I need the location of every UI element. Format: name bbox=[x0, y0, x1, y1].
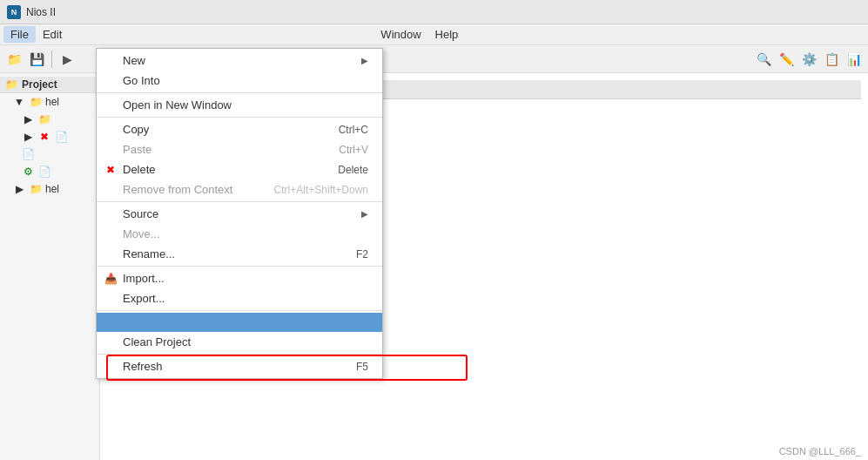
sidebar: 📁 Project ▼ 📁 hel ▶ 📁 ▶ ✖ 📄 📄 bbox=[0, 73, 100, 460]
chevron-right-icon: ▶ bbox=[21, 112, 35, 126]
chevron-right-icon-2: ▶ bbox=[21, 130, 35, 144]
ctx-delete-shortcut: Delete bbox=[338, 164, 368, 176]
ctx-paste[interactable]: Paste Ctrl+V bbox=[97, 139, 382, 159]
menu-window[interactable]: Window bbox=[373, 26, 427, 43]
file-delete-icon: ✖ bbox=[37, 130, 51, 144]
watermark-text: CSDN @LLL_666_ bbox=[779, 446, 861, 457]
ctx-sep-1 bbox=[97, 92, 382, 93]
ctx-rename-shortcut: F2 bbox=[356, 248, 368, 260]
sidebar-item-4[interactable]: ⚙ 📄 bbox=[0, 163, 99, 180]
ctx-refresh-shortcut: F5 bbox=[356, 361, 368, 373]
app-title: Nios II bbox=[26, 6, 56, 18]
ctx-copy[interactable]: Copy Ctrl+C bbox=[97, 119, 382, 139]
sidebar-header-label: Project bbox=[22, 78, 57, 91]
ctx-move-label: Move... bbox=[123, 227, 160, 240]
ctx-remove-context-label: Remove from Context bbox=[123, 183, 232, 196]
toolbar-right-4[interactable]: 📋 bbox=[821, 49, 842, 70]
title-bar: N Nios II bbox=[0, 0, 868, 24]
watermark: CSDN @LLL_666_ bbox=[779, 446, 861, 457]
ctx-clean-project-label: Clean Project bbox=[123, 335, 191, 348]
folder-icon-2: 📁 bbox=[29, 182, 43, 196]
ctx-new-arrow: ▶ bbox=[361, 56, 368, 65]
ctx-new[interactable]: New ▶ bbox=[97, 51, 382, 71]
ctx-sep-4 bbox=[97, 266, 382, 267]
toolbar-right-3[interactable]: ⚙️ bbox=[798, 49, 819, 70]
ctx-open-window-label: Open in New Window bbox=[123, 98, 232, 112]
ctx-source[interactable]: Source ▶ bbox=[97, 204, 382, 224]
ctx-source-label: Source bbox=[123, 207, 158, 220]
ctx-sep-2 bbox=[97, 117, 382, 118]
ctx-refresh[interactable]: Refresh F5 bbox=[97, 356, 382, 376]
ctx-remove-context-shortcut: Ctrl+Alt+Shift+Down bbox=[274, 184, 368, 196]
sidebar-header-icon: 📁 bbox=[5, 78, 18, 91]
ctx-build-project[interactable] bbox=[97, 313, 382, 332]
ctx-move[interactable]: Move... bbox=[97, 224, 382, 244]
ctx-sep-6 bbox=[97, 354, 382, 355]
logo-text: N bbox=[11, 8, 17, 17]
folder-sub-icon: 📁 bbox=[37, 112, 51, 126]
sidebar-header: 📁 Project bbox=[0, 77, 99, 93]
toolbar-right-5[interactable]: 📊 bbox=[844, 49, 865, 70]
ctx-open-window[interactable]: Open in New Window bbox=[97, 95, 382, 115]
ctx-paste-shortcut: Ctrl+V bbox=[339, 144, 368, 156]
toolbar-right-1[interactable]: 🔍 bbox=[753, 49, 774, 70]
ctx-copy-shortcut: Ctrl+C bbox=[339, 124, 368, 136]
chevron-down-icon: ▼ bbox=[12, 95, 26, 109]
sidebar-item-5[interactable]: ▶ 📁 hel bbox=[0, 180, 99, 198]
ctx-delete[interactable]: ✖ Delete Delete bbox=[97, 159, 382, 179]
sidebar-item-0[interactable]: ▼ 📁 hel bbox=[0, 93, 99, 111]
ctx-rename-label: Rename... bbox=[123, 247, 175, 260]
menu-bar: File Edit Window Help bbox=[0, 24, 868, 45]
import-icon: 📥 bbox=[104, 272, 118, 286]
ctx-source-arrow: ▶ bbox=[361, 209, 368, 219]
chevron-right-icon-3: ▶ bbox=[12, 182, 26, 196]
ctx-rename[interactable]: Rename... F2 bbox=[97, 244, 382, 264]
toolbar-right-2[interactable]: ✏️ bbox=[776, 49, 797, 70]
file-icon: 📄 bbox=[54, 130, 68, 144]
ctx-refresh-label: Refresh bbox=[123, 360, 163, 373]
sidebar-item-3[interactable]: 📄 bbox=[0, 145, 99, 163]
sidebar-item-label-0: hel bbox=[45, 96, 59, 108]
toolbar-new-btn[interactable]: 📁 bbox=[3, 49, 24, 70]
file-doc-icon: 📄 bbox=[21, 147, 35, 161]
app-logo: N bbox=[7, 5, 21, 19]
menu-file[interactable]: File bbox=[3, 26, 36, 43]
toolbar-save-btn[interactable]: 💾 bbox=[26, 49, 47, 70]
file-icon-2: 📄 bbox=[37, 165, 51, 179]
menu-help[interactable]: Help bbox=[428, 26, 466, 43]
ctx-delete-label: Delete bbox=[123, 163, 156, 176]
ctx-import[interactable]: 📥 Import... bbox=[97, 268, 382, 288]
ctx-new-label: New bbox=[123, 54, 145, 67]
gear-icon: ⚙ bbox=[21, 165, 35, 179]
ctx-export-label: Export... bbox=[123, 292, 165, 305]
ctx-remove-context[interactable]: Remove from Context Ctrl+Alt+Shift+Down bbox=[97, 179, 382, 200]
ctx-clean-project[interactable]: Clean Project bbox=[97, 332, 382, 352]
ctx-sep-3 bbox=[97, 201, 382, 202]
context-menu: New ▶ Go Into Open in New Window Copy Ct… bbox=[96, 48, 383, 379]
delete-icon: ✖ bbox=[104, 163, 118, 177]
sidebar-item-2[interactable]: ▶ ✖ 📄 bbox=[0, 128, 99, 145]
sidebar-item-1[interactable]: ▶ 📁 bbox=[0, 111, 99, 128]
ctx-go-into-label: Go Into bbox=[123, 74, 160, 87]
toolbar-btn-3[interactable]: ▶ bbox=[57, 49, 77, 70]
sidebar-item-label-5: hel bbox=[45, 183, 59, 195]
ctx-export[interactable]: Export... bbox=[97, 288, 382, 308]
ctx-go-into[interactable]: Go Into bbox=[97, 71, 382, 91]
menu-edit[interactable]: Edit bbox=[36, 26, 69, 43]
ctx-copy-label: Copy bbox=[123, 123, 149, 136]
ctx-paste-label: Paste bbox=[123, 143, 151, 156]
ctx-sep-5 bbox=[97, 310, 382, 311]
ide-window: N Nios II File Edit Window Help 📁 💾 ▶ 🔍 … bbox=[0, 0, 868, 460]
ctx-import-label: Import... bbox=[123, 272, 165, 285]
folder-icon: 📁 bbox=[29, 95, 43, 109]
toolbar-sep-1 bbox=[51, 51, 52, 68]
